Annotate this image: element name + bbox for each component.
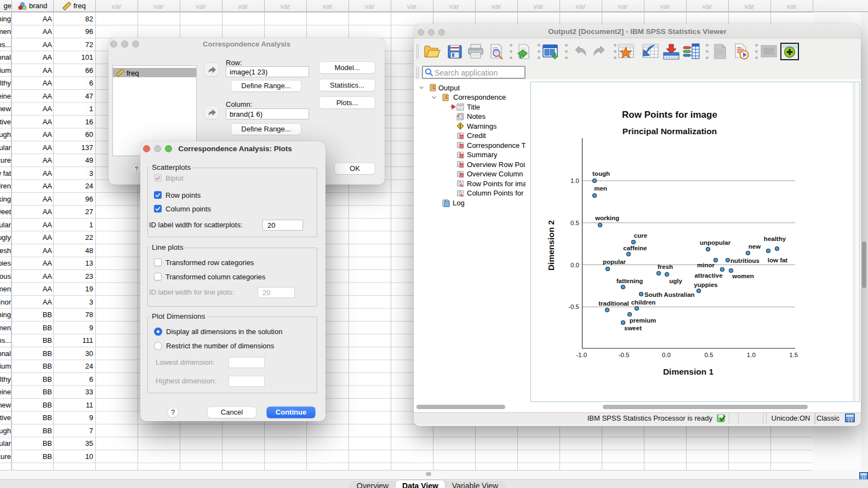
svg-text:yuppies: yuppies <box>694 282 717 288</box>
svg-text:1.0: 1.0 <box>747 352 756 358</box>
svg-text:men: men <box>594 185 607 192</box>
svg-text:fattening: fattening <box>616 278 643 284</box>
svg-text:-0.5: -0.5 <box>619 352 630 358</box>
svg-text:-1.0: -1.0 <box>576 352 587 358</box>
svg-text:premium: premium <box>630 317 656 324</box>
svg-text:Dimension 1: Dimension 1 <box>663 367 714 376</box>
svg-text:0.5: 0.5 <box>704 352 713 358</box>
svg-text:cure: cure <box>634 232 647 239</box>
svg-text:0.0: 0.0 <box>662 352 671 358</box>
svg-text:0.5: 0.5 <box>570 220 579 226</box>
svg-text:attractive: attractive <box>694 272 722 279</box>
svg-text:tough: tough <box>592 170 610 177</box>
svg-text:Row Points for image: Row Points for image <box>622 110 717 120</box>
svg-text:minor: minor <box>697 262 715 268</box>
svg-text:-0.5: -0.5 <box>568 303 579 310</box>
svg-text:working: working <box>595 215 619 221</box>
svg-text:ugly: ugly <box>669 278 682 284</box>
svg-text:low fat: low fat <box>768 257 788 263</box>
svg-text:sweet: sweet <box>624 325 642 331</box>
svg-text:women: women <box>732 273 754 279</box>
svg-text:new: new <box>749 243 761 250</box>
svg-text:caffeine: caffeine <box>623 245 647 251</box>
svg-text:fresh: fresh <box>658 263 673 270</box>
svg-text:0.0: 0.0 <box>570 262 579 268</box>
svg-text:unpopular: unpopular <box>700 239 731 246</box>
svg-text:1.0: 1.0 <box>570 177 579 184</box>
svg-text:children: children <box>631 299 656 306</box>
svg-text:South Australian: South Australian <box>644 291 695 298</box>
svg-text:traditional: traditional <box>598 300 629 307</box>
svg-text:Dimension 2: Dimension 2 <box>546 220 556 271</box>
svg-text:healthy: healthy <box>764 236 786 242</box>
svg-text:nutritious: nutritious <box>730 257 760 264</box>
svg-text:popular: popular <box>603 259 626 265</box>
svg-text:1.5: 1.5 <box>789 352 798 358</box>
svg-text:Principal Normalization: Principal Normalization <box>623 127 717 136</box>
